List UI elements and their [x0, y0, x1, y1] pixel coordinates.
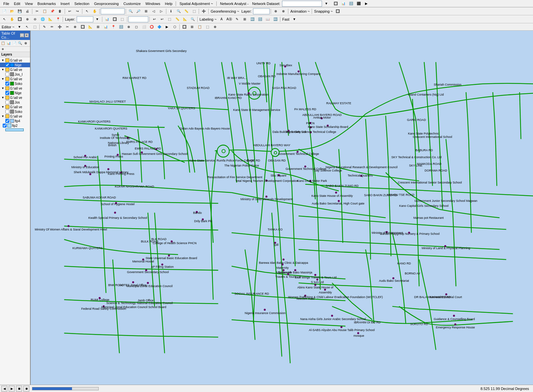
toc-layer-soko1[interactable]: Soko	[0, 81, 30, 86]
nav-1[interactable]: ↖	[1, 16, 8, 23]
layer-btn-1[interactable]: 📊	[103, 16, 111, 23]
expand-3[interactable]: ▼	[1, 77, 5, 81]
edit-btn-9[interactable]: 📐	[87, 24, 94, 30]
labeling-btn-3[interactable]: ✎	[233, 16, 241, 23]
edit-btn-4[interactable]: ✏	[48, 24, 56, 30]
menu-file[interactable]: File	[1, 1, 11, 6]
scale-input[interactable]: 1:5,843	[101, 8, 125, 14]
menu-help[interactable]: Help	[163, 1, 175, 6]
edit-btn-15[interactable]: ◻	[133, 24, 140, 30]
menu-view[interactable]: View	[23, 1, 35, 6]
status-stop-btn[interactable]: ⏹	[16, 386, 22, 392]
status-record-btn[interactable]: ⏺	[23, 386, 29, 392]
labeling-btn-8[interactable]: 🔤	[272, 16, 279, 23]
expand-5[interactable]: ▼	[1, 96, 5, 99]
menu-geoprocessing[interactable]: Geoprocessing	[92, 1, 121, 6]
zoom-out-btn[interactable]: 🔎	[135, 8, 142, 15]
snapping-btn[interactable]: 🔲	[334, 8, 341, 15]
select-features-btn[interactable]: ⬚	[190, 8, 198, 15]
menu-customize[interactable]: Customize	[121, 1, 143, 6]
edit-btn-10[interactable]: ⊞	[94, 24, 102, 30]
layer-check-1[interactable]	[5, 63, 9, 67]
toc-minimize-btn[interactable]: _	[20, 33, 24, 37]
edit-btn-24[interactable]: ⬚	[204, 24, 211, 30]
tb-icon-4[interactable]: ⬛	[355, 0, 362, 7]
menu-windows[interactable]: Windows	[143, 1, 162, 6]
identify-btn[interactable]: ℹ	[167, 8, 175, 15]
l-btn-7[interactable]: 📏	[174, 16, 181, 23]
nav-2[interactable]: ✋	[8, 16, 16, 23]
expand-2[interactable]: ▼	[1, 68, 5, 71]
labeling-btn-6[interactable]: 🔡	[256, 16, 264, 23]
layer-btn-2[interactable]: 🔲	[111, 16, 118, 23]
labeling-btn-1[interactable]: A	[218, 16, 225, 23]
select-tool[interactable]: ↖	[83, 8, 91, 15]
edit-btn-2[interactable]: ⬚	[31, 24, 38, 30]
spatial-adjustment-menu[interactable]: Spatial Adjustment ~	[177, 1, 215, 6]
expand-1[interactable]: ▼	[1, 59, 5, 62]
labeling-btn-5[interactable]: 🔤	[249, 16, 256, 23]
zoom-next-btn[interactable]: ▷	[158, 8, 165, 15]
redo-btn[interactable]: ↪	[74, 8, 81, 15]
layer-check-soko2[interactable]	[5, 110, 9, 114]
zoom-full-btn[interactable]: ⊞	[142, 8, 150, 15]
toc-group-7[interactable]: ▼ G:\all ve	[0, 114, 30, 119]
l-btn-6[interactable]: ⬚	[166, 16, 173, 23]
edit-btn-16[interactable]: ⬜	[140, 24, 148, 30]
edit-btn-6[interactable]: ✂	[64, 24, 71, 30]
l-btn-4[interactable]: ↩	[151, 16, 158, 23]
toc-layer-nige-1[interactable]: Nige	[0, 63, 30, 67]
add-data-btn[interactable]: ➕	[200, 8, 207, 15]
layer-check-soko1[interactable]	[5, 82, 9, 86]
edit-btn-7[interactable]: ⊕	[71, 24, 79, 30]
toc-layer-ftp4[interactable]: ftp4	[0, 119, 30, 123]
nav-5[interactable]: ⊖	[31, 16, 39, 23]
layer-dropdown-btn[interactable]: ▼	[94, 16, 101, 23]
tb-icon-1[interactable]: 🔲	[332, 0, 339, 7]
save-btn[interactable]: 💾	[16, 8, 23, 15]
layer-select[interactable]: ftp2	[77, 16, 93, 22]
tb-icon-5[interactable]: ▶	[363, 0, 370, 7]
toc-layer-nige2[interactable]: Nige	[0, 91, 30, 95]
toc-btn-5[interactable]: ⊕	[23, 41, 28, 46]
edit-btn-8[interactable]: 🔲	[79, 24, 86, 30]
layer-check-ftp2[interactable]	[3, 124, 7, 128]
edit-btn-5[interactable]: ➕	[56, 24, 63, 30]
toc-layer-jos2[interactable]: Jos	[0, 100, 30, 105]
toc-group-6[interactable]: ▼ G:\all ve	[0, 105, 30, 109]
toc-group-1[interactable]: ▼ G:\all ve	[0, 58, 30, 63]
nav-8[interactable]: 📍	[54, 16, 62, 23]
georef-btn-2[interactable]: ⊗	[280, 8, 287, 15]
toc-close-btn[interactable]: ✕	[25, 33, 29, 37]
tb-icon-3[interactable]: 🔢	[347, 0, 355, 7]
edit-btn-18[interactable]: 🔷	[156, 24, 163, 30]
toc-group-2[interactable]: ▼ G:\all ve	[0, 67, 30, 72]
network-analyst-menu[interactable]: Network Analyst -	[218, 1, 251, 6]
zoom-value[interactable]: 500	[128, 16, 148, 22]
editor-dropdown-btn[interactable]: ▼	[16, 24, 23, 30]
layer-check-jos2[interactable]	[5, 100, 9, 104]
edit-btn-17[interactable]: ⭕	[148, 24, 155, 30]
georef-layer-input[interactable]: ftp2	[253, 8, 270, 14]
edit-btn-22[interactable]: ⊞	[188, 24, 196, 30]
expand-6[interactable]: ▼	[1, 105, 5, 109]
toc-btn-3[interactable]: 📄	[12, 41, 17, 46]
edit-btn-12[interactable]: 📍	[110, 24, 117, 30]
nav-7[interactable]: 📐	[47, 16, 54, 23]
georef-btn-1[interactable]: ⊕	[272, 8, 279, 15]
toc-layer-soko2[interactable]: Soko	[0, 109, 30, 114]
nav-4[interactable]: ⊕	[24, 16, 31, 23]
tb-icon-2[interactable]: 📊	[340, 0, 347, 7]
l-btn-5[interactable]: ↩	[158, 16, 166, 23]
toc-layer-jos[interactable]: Jos_I	[0, 72, 30, 77]
network-dataset-dropdown-btn[interactable]: ▼	[323, 0, 330, 7]
toc-btn-6[interactable]: ⊕	[0, 47, 5, 52]
layer-check-jos[interactable]	[5, 72, 9, 76]
edit-btn-21[interactable]: 🔲	[181, 24, 188, 30]
status-next-btn[interactable]: ▶	[9, 386, 15, 392]
l-btn-8[interactable]: 📐	[181, 16, 189, 23]
menu-bookmarks[interactable]: Bookmarks	[35, 1, 58, 6]
zoom-in-btn[interactable]: 🔍	[127, 8, 134, 15]
layer-check-nige2[interactable]	[5, 91, 9, 95]
find-btn[interactable]: 🔍	[175, 8, 182, 15]
